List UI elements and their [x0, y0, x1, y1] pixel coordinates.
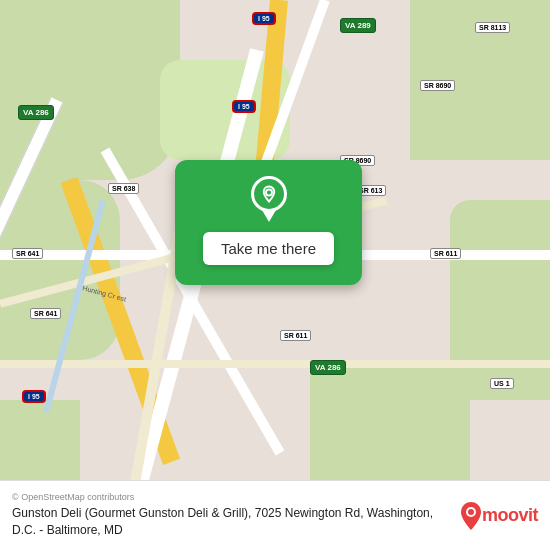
pin-background: Take me there — [175, 160, 362, 285]
sr611-shield1: SR 611 — [430, 248, 461, 259]
pin-arrow — [262, 210, 276, 222]
us1-shield: US 1 — [490, 378, 514, 389]
svg-point-2 — [468, 509, 474, 515]
i95-shield-top: I 95 — [252, 12, 276, 25]
moovit-text: moovit — [482, 505, 538, 526]
moovit-logo: moovit — [460, 502, 538, 530]
sr611-shield2: SR 611 — [280, 330, 311, 341]
i95-shield-bot: I 95 — [22, 390, 46, 403]
road — [0, 360, 550, 368]
osm-credit: © OpenStreetMap contributors — [12, 492, 450, 502]
sr8690-shield1: SR 8690 — [420, 80, 455, 91]
va286-bot-shield: VA 286 — [310, 360, 346, 375]
moovit-pin-icon — [460, 502, 482, 530]
location-icon — [260, 185, 278, 203]
pin-circle — [251, 176, 287, 212]
take-me-there-button[interactable]: Take me there — [203, 232, 334, 265]
bottom-bar: © OpenStreetMap contributors Gunston Del… — [0, 480, 550, 550]
pin-button-container: Take me there — [175, 160, 362, 285]
map-container: Hunting Cr est I 95 I 95 I 95 VA 289 VA … — [0, 0, 550, 550]
i95-shield-mid: I 95 — [232, 100, 256, 113]
location-info: © OpenStreetMap contributors Gunston Del… — [12, 492, 460, 539]
sr641-shield2: SR 641 — [30, 308, 61, 319]
sr8113-shield: SR 8113 — [475, 22, 510, 33]
va289-shield: VA 289 — [340, 18, 376, 33]
svg-point-0 — [266, 190, 272, 196]
map-pin-icon — [251, 176, 287, 222]
sr641-shield1: SR 641 — [12, 248, 43, 259]
map-background: Hunting Cr est I 95 I 95 I 95 VA 289 VA … — [0, 0, 550, 480]
location-name: Gunston Deli (Gourmet Gunston Deli & Gri… — [12, 505, 450, 539]
sr638-shield: SR 638 — [108, 183, 139, 194]
va286-shield: VA 286 — [18, 105, 54, 120]
green-area — [0, 400, 80, 480]
green-area — [310, 360, 470, 480]
